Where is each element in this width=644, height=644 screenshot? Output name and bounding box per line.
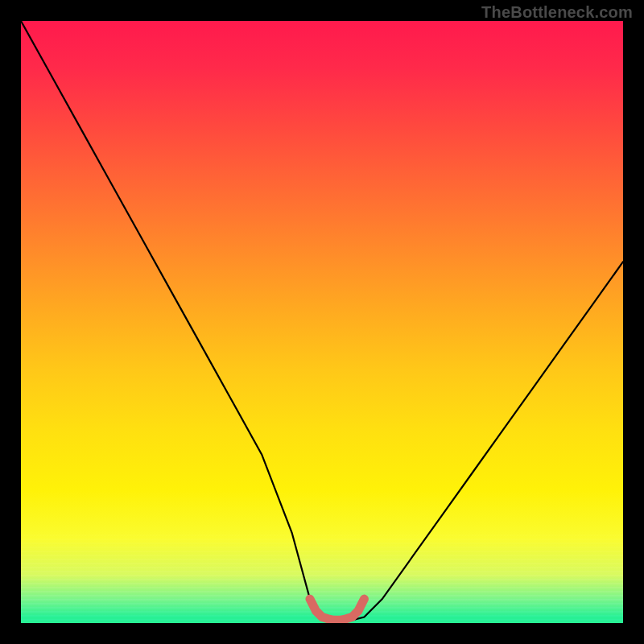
- watermark-text: TheBottleneck.com: [481, 3, 633, 22]
- curve-layer: [21, 21, 623, 623]
- flat-bottom-highlight: [310, 599, 364, 620]
- plot-area: [21, 21, 623, 623]
- bottleneck-curve: [21, 21, 623, 620]
- chart-frame: TheBottleneck.com: [0, 0, 644, 644]
